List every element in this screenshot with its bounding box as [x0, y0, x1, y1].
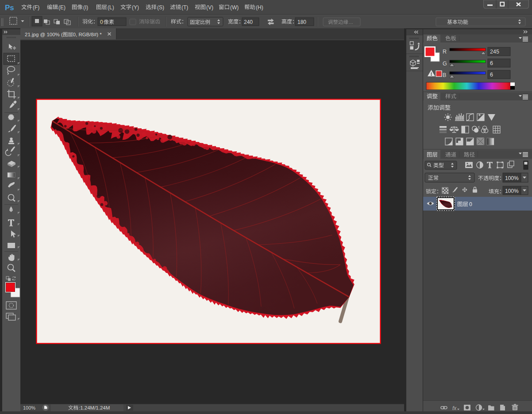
svg-text:R: R: [443, 49, 447, 55]
svg-text:fx: fx: [452, 405, 457, 411]
svg-text:(F): (F): [33, 4, 39, 11]
svg-text:6: 6: [490, 72, 493, 78]
svg-text:245: 245: [490, 49, 499, 55]
svg-text:(W): (W): [230, 4, 239, 11]
svg-text:0: 0: [100, 19, 103, 25]
svg-text:(T): (T): [181, 4, 188, 11]
svg-text:240: 240: [244, 19, 253, 25]
svg-text:G: G: [443, 61, 447, 67]
svg-text:6: 6: [490, 60, 493, 66]
svg-text:B: B: [443, 72, 446, 78]
svg-text:21.jpg @ 100% (: 21.jpg @ 100% (: [25, 32, 63, 37]
svg-text::1.24M/1.24M: :1.24M/1.24M: [79, 405, 110, 410]
svg-text:...: ...: [349, 19, 353, 25]
svg-text:(E): (E): [58, 4, 66, 11]
svg-text:(S): (S): [157, 4, 164, 11]
svg-text:100%: 100%: [23, 405, 35, 410]
svg-text:(I): (I): [83, 4, 88, 11]
svg-text:0: 0: [469, 201, 472, 207]
svg-text:(Y): (Y): [132, 4, 139, 11]
svg-text:Ps: Ps: [5, 4, 14, 12]
svg-text:(L): (L): [108, 4, 114, 11]
svg-text:100%: 100%: [505, 175, 519, 181]
svg-text:(H): (H): [256, 4, 263, 11]
svg-text:100%: 100%: [505, 188, 519, 194]
svg-text:180: 180: [297, 19, 306, 25]
svg-text:(V): (V): [206, 4, 213, 11]
svg-text:0, RGB/8#) *: 0, RGB/8#) *: [73, 32, 102, 37]
